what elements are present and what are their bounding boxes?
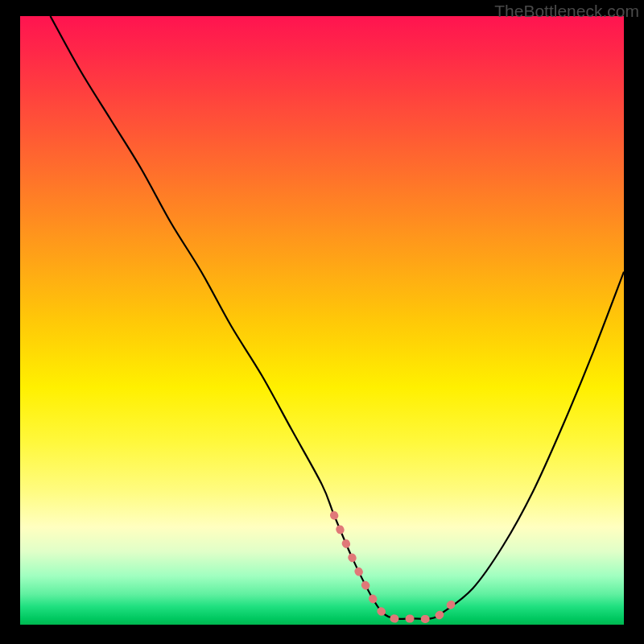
highlight-segment (334, 515, 461, 619)
chart-svg (20, 16, 624, 625)
watermark-text: TheBottleneck.com (494, 2, 639, 21)
chart-container: TheBottleneck.com (0, 0, 644, 644)
